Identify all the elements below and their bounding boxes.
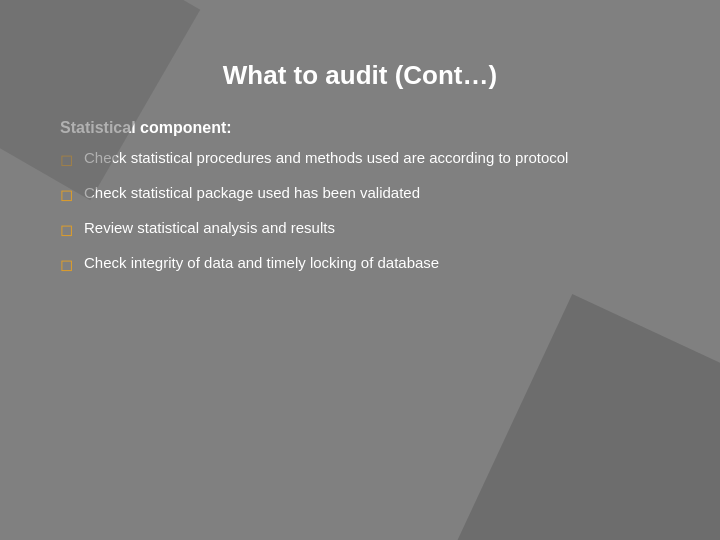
slide-container: What to audit (Cont…) Statistical compon…: [0, 0, 720, 540]
bullet-marker-2: ◻: [60, 183, 76, 207]
list-item: ◻ Check statistical procedures and metho…: [60, 147, 670, 172]
bullet-marker-3: ◻: [60, 218, 76, 242]
list-item: ◻ Check integrity of data and timely loc…: [60, 252, 670, 277]
bg-decoration-bottom-right: [454, 294, 720, 540]
bullet-text-1: Check statistical procedures and methods…: [84, 147, 670, 170]
title-area: What to audit (Cont…): [50, 60, 670, 91]
bullet-marker-4: ◻: [60, 253, 76, 277]
content-area: Statistical component: ◻ Check statistic…: [50, 119, 670, 287]
bullet-text-4: Check integrity of data and timely locki…: [84, 252, 670, 275]
section-header: Statistical component:: [60, 119, 670, 137]
list-item: ◻ Check statistical package used has bee…: [60, 182, 670, 207]
slide-title: What to audit (Cont…): [223, 60, 497, 91]
bullet-text-2: Check statistical package used has been …: [84, 182, 670, 205]
list-item: ◻ Review statistical analysis and result…: [60, 217, 670, 242]
bullet-text-3: Review statistical analysis and results: [84, 217, 670, 240]
bullet-list: ◻ Check statistical procedures and metho…: [60, 147, 670, 277]
bullet-marker-1: ◻: [60, 148, 76, 172]
